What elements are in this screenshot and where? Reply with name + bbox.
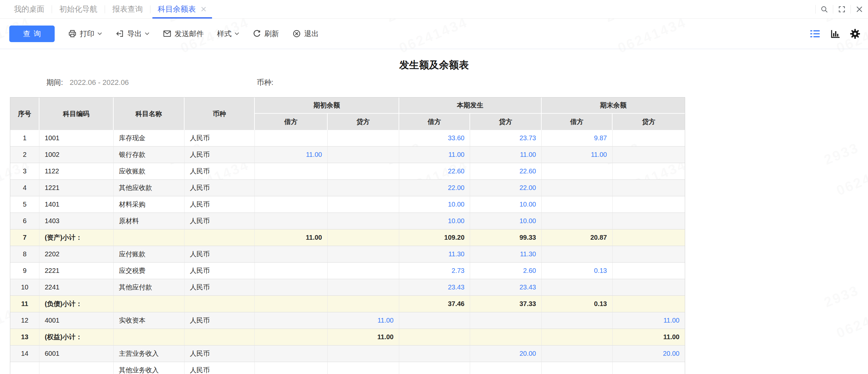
tab-label: 报表查询 [112, 4, 143, 14]
cell-period_credit[interactable]: 23.43 [470, 279, 542, 296]
cell-open_credit [328, 180, 399, 196]
sub-header-debit: 借方 [399, 114, 470, 130]
cell-period_debit[interactable]: 33.60 [399, 130, 470, 147]
cell-period_debit[interactable]: 22.00 [399, 180, 470, 196]
refresh-button[interactable]: 刷新 [252, 29, 279, 39]
cell-end_debit[interactable]: 9.87 [542, 130, 613, 147]
cell-currency: 人民币 [185, 213, 255, 229]
cell-open_debit [255, 130, 328, 147]
cell-end_credit [613, 246, 685, 263]
cell-period_debit[interactable]: 23.43 [399, 279, 470, 296]
cell-name [114, 329, 185, 345]
chevron-down-icon [235, 32, 239, 35]
cell-period_credit[interactable]: 22.00 [470, 180, 542, 196]
tab-label: 我的桌面 [14, 4, 44, 14]
cell-open_debit: 11.00 [255, 229, 328, 246]
cell-currency: 人民币 [185, 345, 255, 362]
cell-open_credit [328, 296, 399, 312]
cell-currency: 人民币 [185, 163, 255, 180]
cell-period_credit[interactable]: 10.00 [470, 196, 542, 213]
tab-account-balance[interactable]: 科目余额表 [150, 0, 214, 19]
toolbar: 查询 打印 导出 发送邮件 样式 刷新 [0, 19, 868, 49]
print-button[interactable]: 打印 [68, 29, 102, 39]
cell-open_credit[interactable]: 11.00 [328, 312, 399, 329]
table-row: 51401材料采购人民币10.0010.00 [10, 196, 685, 213]
cell-period_debit[interactable]: 11.00 [399, 147, 470, 163]
cell-end_credit[interactable]: 11.00 [613, 312, 685, 329]
cell-period_credit[interactable]: 11.00 [470, 147, 542, 163]
fullscreen-icon[interactable] [833, 0, 850, 19]
cell-code: 4001 [39, 312, 114, 329]
cell-end_debit [542, 196, 613, 213]
cell-name [114, 229, 185, 246]
bar-chart-icon[interactable] [830, 29, 840, 39]
cell-seq: 8 [10, 246, 39, 263]
cell-currency: 人民币 [185, 263, 255, 279]
cell-end_credit [613, 180, 685, 196]
cell-currency [185, 329, 255, 345]
sub-header-credit: 贷方 [328, 114, 399, 130]
refresh-label: 刷新 [265, 29, 279, 39]
send-email-button[interactable]: 发送邮件 [163, 29, 204, 39]
table-row: 146001主营业务收入人民币20.0020.00 [10, 345, 685, 362]
cell-end_debit [542, 362, 613, 374]
cell-period_credit[interactable]: 10.00 [470, 213, 542, 229]
cell-seq: 9 [10, 263, 39, 279]
cell-code: (资产)小计： [39, 229, 114, 246]
cell-period_credit[interactable]: 20.00 [470, 345, 542, 362]
tab-label: 科目余额表 [158, 4, 196, 14]
export-button[interactable]: 导出 [115, 29, 149, 39]
cell-period_credit[interactable]: 22.60 [470, 163, 542, 180]
close-tab-icon[interactable] [200, 6, 207, 12]
table-row: 124001实收资本人民币11.0011.00 [10, 312, 685, 329]
col-header-name: 科目名称 [114, 97, 185, 130]
cell-open_credit [328, 196, 399, 213]
cell-open_credit [328, 246, 399, 263]
cell-code: 1122 [39, 163, 114, 180]
cell-period_debit[interactable]: 11.30 [399, 246, 470, 263]
export-label: 导出 [127, 29, 142, 39]
cell-name: 银行存款 [114, 147, 185, 163]
cell-code: 1403 [39, 213, 114, 229]
cell-period_debit[interactable]: 22.60 [399, 163, 470, 180]
cell-code: 6001 [39, 345, 114, 362]
mail-icon [163, 29, 172, 38]
cell-name: 应付账款 [114, 246, 185, 263]
exit-button[interactable]: 退出 [292, 29, 319, 39]
cell-currency: 人民币 [185, 279, 255, 296]
cell-name: 其他应收款 [114, 180, 185, 196]
table-row: 31122应收账款人民币22.6022.60 [10, 163, 685, 180]
cell-period_debit [399, 362, 470, 374]
tab-my-desktop[interactable]: 我的桌面 [7, 0, 52, 19]
cell-period_credit[interactable]: 11.30 [470, 246, 542, 263]
list-view-icon[interactable] [810, 30, 820, 38]
currency-label: 币种: [257, 78, 273, 87]
tab-init-nav[interactable]: 初始化导航 [52, 0, 105, 19]
refresh-icon [252, 29, 261, 38]
cell-open_debit [255, 345, 328, 362]
cell-period_debit[interactable]: 2.73 [399, 263, 470, 279]
cell-period_debit[interactable]: 10.00 [399, 196, 470, 213]
tab-report-query[interactable]: 报表查询 [105, 0, 150, 19]
cell-period_debit[interactable]: 10.00 [399, 213, 470, 229]
cell-period_credit[interactable]: 2.60 [470, 263, 542, 279]
cell-end_credit[interactable]: 20.00 [613, 345, 685, 362]
cell-end_debit[interactable]: 0.13 [542, 263, 613, 279]
cell-end_debit[interactable]: 11.00 [542, 147, 613, 163]
cell-open_debit [255, 296, 328, 312]
search-icon[interactable] [816, 0, 833, 19]
close-window-icon[interactable] [851, 0, 868, 19]
cell-seq: 11 [10, 296, 39, 312]
cell-name [114, 296, 185, 312]
cell-end_credit [613, 279, 685, 296]
sub-header-credit: 贷方 [470, 114, 542, 130]
cell-currency: 人民币 [185, 312, 255, 329]
cell-end_credit [613, 362, 685, 374]
gear-icon[interactable] [849, 28, 861, 39]
cell-code: 1221 [39, 180, 114, 196]
style-button[interactable]: 样式 [217, 29, 239, 39]
cell-seq: 10 [10, 279, 39, 296]
cell-open_debit[interactable]: 11.00 [255, 147, 328, 163]
query-button[interactable]: 查询 [9, 26, 55, 42]
cell-period_credit[interactable]: 23.73 [470, 130, 542, 147]
